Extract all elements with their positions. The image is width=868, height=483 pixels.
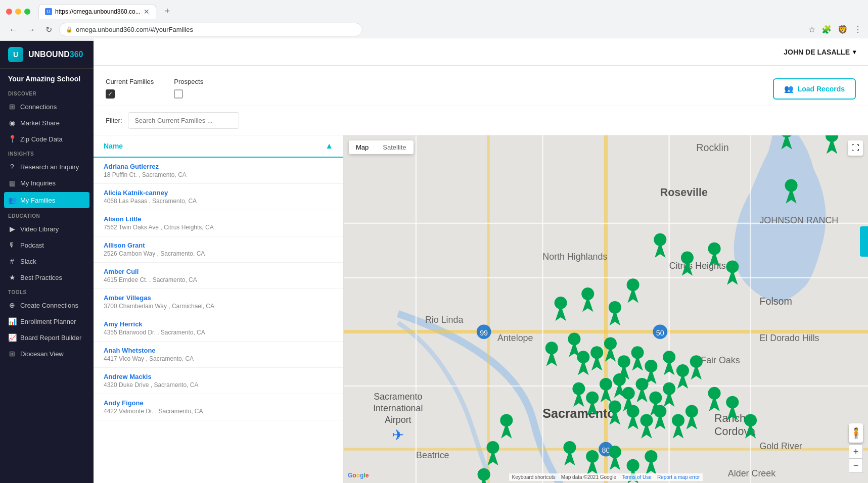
menu-icon[interactable]: ⋮ [854, 25, 862, 34]
sort-arrow-icon[interactable]: ▲ [325, 141, 333, 151]
keyboard-shortcuts-label[interactable]: Keyboard shortcuts Map data ©2021 Google… [509, 473, 703, 481]
extension-icon[interactable]: 🧩 [821, 25, 832, 34]
svg-point-136 [726, 396, 739, 409]
google-logo: Google [348, 472, 369, 479]
svg-point-72 [627, 278, 639, 291]
sidebar-item-diocesan-view[interactable]: ⊞ Diocesan View [0, 346, 94, 362]
svg-point-146 [500, 414, 513, 426]
svg-point-150 [478, 468, 490, 481]
svg-text:Folsom: Folsom [759, 296, 792, 307]
family-address: 7562 Twin Oaks Ave , Citrus Heights, CA [104, 224, 333, 231]
family-list-item[interactable]: Amy Herrick 4355 Briarwood Dr. , Sacrame… [94, 315, 343, 342]
svg-point-84 [618, 355, 630, 368]
zoom-in-button[interactable]: + [849, 445, 863, 459]
svg-text:Roseville: Roseville [660, 187, 708, 199]
sidebar-item-podcast[interactable]: 🎙 Podcast [0, 237, 94, 253]
minimize-button[interactable] [15, 9, 21, 15]
market-share-icon: ◉ [8, 119, 16, 127]
family-list-item[interactable]: Allison Grant 2526 Cambon Way , Sacramen… [94, 236, 343, 263]
sidebar-item-connections[interactable]: ⊞ Connections [0, 99, 94, 115]
bookmark-icon[interactable]: ☆ [808, 25, 815, 34]
terms-link[interactable]: Terms of Use [622, 474, 652, 480]
sidebar-item-research-inquiry[interactable]: ? Research an Inquiry [0, 159, 94, 175]
svg-text:Rocklin: Rocklin [696, 142, 728, 153]
logo: U UNBOUND360 [8, 47, 83, 62]
search-input[interactable] [128, 112, 239, 129]
family-list-item[interactable]: Alicia Katnik-canney 4068 Las Pasas , Sa… [94, 184, 343, 210]
window-controls [6, 9, 30, 15]
svg-point-62 [708, 243, 721, 255]
maximize-button[interactable] [24, 9, 30, 15]
sidebar-item-best-practices[interactable]: ★ Best Practices [0, 269, 94, 285]
svg-point-134 [708, 387, 721, 400]
sidebar-item-my-families[interactable]: 👥 My Families [4, 192, 89, 208]
inquiries-label: My Inquiries [20, 179, 56, 187]
map-tab-satellite[interactable]: Satellite [376, 140, 413, 154]
sidebar-item-enrollment-planner[interactable]: 📊 Enrollment Planner [0, 313, 94, 329]
family-list: Adriana Gutierrez 18 Puffin Ct. , Sacram… [94, 158, 343, 420]
new-tab-button[interactable]: + [160, 5, 174, 19]
family-list-item[interactable]: Amber Cull 4615 Emdee Ct. , Sacramento, … [94, 263, 343, 289]
close-button[interactable] [6, 9, 12, 15]
family-address: 4355 Briarwood Dr. , Sacramento, CA [104, 329, 333, 336]
reload-button[interactable]: ↻ [42, 24, 55, 35]
street-view-icon: 🧍 [849, 423, 863, 443]
family-list-item[interactable]: Andy Figone 4422 Valmonte Dr. , Sacramen… [94, 394, 343, 420]
browser-tab[interactable]: U https://omega.unbound360.co... ✕ [38, 4, 156, 19]
svg-text:North Highlands: North Highlands [542, 252, 607, 262]
svg-point-118 [654, 405, 666, 418]
family-address: 4320 Duke Drive , Sacramento, CA [104, 381, 333, 389]
enrollment-icon: 📊 [8, 317, 16, 325]
svg-point-148 [486, 441, 499, 454]
svg-point-96 [600, 378, 612, 391]
brave-icon[interactable]: 🦁 [838, 25, 848, 34]
svg-point-102 [636, 378, 649, 391]
load-records-button[interactable]: 👥 Load Records [773, 78, 856, 100]
family-list-item[interactable]: Amber Villegas 3700 Chamberlain Way , Ca… [94, 289, 343, 315]
sidebar-item-market-share[interactable]: ◉ Market Share [0, 115, 94, 131]
family-address: 2526 Cambon Way , Sacramento, CA [104, 250, 333, 257]
family-list-item[interactable]: Alison Little 7562 Twin Oaks Ave , Citru… [94, 210, 343, 236]
prospects-checkbox[interactable] [174, 89, 183, 99]
sidebar-right-tab[interactable] [860, 226, 868, 257]
svg-text:99: 99 [480, 329, 488, 337]
family-name: Andy Figone [104, 399, 333, 407]
connections-label: Connections [20, 103, 57, 111]
app: U UNBOUND360 Your Amazing School DISCOVE… [0, 41, 868, 483]
family-address: 3700 Chamberlain Way , Carmichael, CA [104, 303, 333, 310]
connections-icon: ⊞ [8, 103, 16, 111]
name-column-header[interactable]: Name [104, 142, 123, 150]
svg-point-78 [577, 351, 589, 363]
sidebar-item-video-library[interactable]: ▶ Video Library [0, 221, 94, 237]
family-address: 4068 Las Pasas , Sacramento, CA [104, 198, 333, 205]
forward-button[interactable]: → [24, 24, 38, 35]
family-name: Andrew Mackis [104, 373, 333, 380]
list-header: Name ▲ [94, 135, 343, 158]
family-list-item[interactable]: Anah Whetstone 4417 Vico Way , Sacrament… [94, 342, 343, 368]
sidebar-item-create-connections[interactable]: ⊕ Create Connections [0, 297, 94, 313]
back-button[interactable]: ← [6, 24, 20, 35]
svg-point-74 [545, 342, 558, 354]
user-menu[interactable]: JOHN DE LASALLE ▾ [784, 48, 856, 56]
tab-close-icon[interactable]: ✕ [144, 8, 150, 16]
address-bar[interactable]: 🔒 omega.unbound360.com/#/yourFamilies [59, 23, 362, 36]
svg-point-126 [586, 450, 599, 463]
family-list-item[interactable]: Andrew Mackis 4320 Duke Drive , Sacramen… [94, 368, 343, 394]
zoom-out-button[interactable]: − [849, 459, 863, 473]
sidebar-item-slack[interactable]: # Slack [0, 253, 94, 269]
discover-section-label: DISCOVER [0, 87, 94, 99]
report-link[interactable]: Report a map error [657, 474, 700, 480]
svg-text:Gold River: Gold River [759, 441, 802, 451]
family-list-item[interactable]: Adriana Gutierrez 18 Puffin Ct. , Sacram… [94, 158, 343, 184]
sidebar-item-my-inquiries[interactable]: ▦ My Inquiries [0, 175, 94, 191]
map-fullscreen-button[interactable]: ⛶ [848, 140, 863, 156]
svg-point-122 [686, 405, 698, 418]
create-connections-label: Create Connections [20, 302, 78, 309]
slack-label: Slack [20, 258, 36, 265]
sidebar-item-board-report-builder[interactable]: 📈 Board Report Builder [0, 329, 94, 346]
street-view-button[interactable]: 🧍 [849, 423, 863, 443]
map-tab-map[interactable]: Map [349, 140, 376, 154]
sidebar-item-zip-code-data[interactable]: 📍 Zip Code Data [0, 131, 94, 147]
current-families-checkbox[interactable]: ✓ [106, 89, 115, 99]
svg-point-66 [555, 297, 567, 309]
